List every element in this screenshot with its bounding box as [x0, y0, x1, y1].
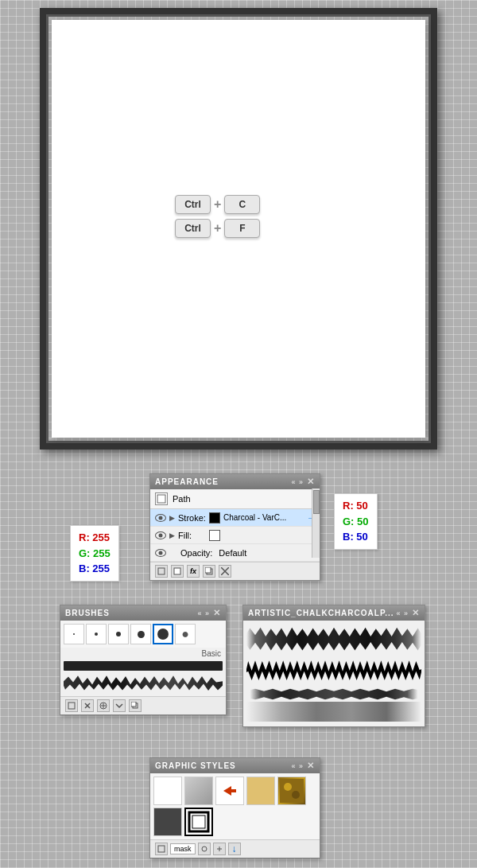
graphic-styles-footer: mask ↓ — [150, 839, 320, 858]
styles-expand-icon[interactable] — [213, 843, 226, 855]
appearance-panel: APPEARANCE « » ✕ Path ▶ Stroke: Charcoal… — [149, 473, 320, 581]
brushes-options-icon[interactable] — [97, 699, 110, 712]
b-value-light: B: 255 — [79, 561, 111, 577]
style-item-arrow[interactable] — [215, 777, 244, 805]
artistic-header-controls: « » ✕ — [396, 608, 420, 618]
brushes-new-icon[interactable] — [65, 699, 78, 712]
svg-rect-2 — [174, 568, 180, 574]
shortcut-copy-row: Ctrl + C — [175, 195, 260, 214]
path-row: Path — [150, 489, 320, 509]
svg-rect-4 — [205, 567, 211, 573]
svg-rect-0 — [157, 495, 165, 503]
duplicate-icon[interactable] — [203, 565, 215, 578]
brush-dot-lg — [138, 631, 145, 638]
panel-header-controls: « » ✕ — [291, 477, 315, 487]
styles-grid — [150, 773, 320, 839]
art-stroke-1[interactable] — [246, 625, 421, 653]
brushes-collapse-arrows[interactable]: « » — [197, 609, 210, 617]
artistic-collapse-arrows[interactable]: « » — [396, 609, 409, 617]
appearance-panel-footer: fx — [150, 562, 320, 580]
plus-sign-copy: + — [214, 197, 221, 212]
stroke-row[interactable]: ▶ Stroke: Charcoal - VarC... → — [150, 509, 320, 527]
graphic-styles-header-controls: « » ✕ — [291, 761, 315, 771]
brushes-expand-icon[interactable] — [113, 699, 126, 712]
opacity-value: Default — [219, 548, 246, 558]
styles-link-icon[interactable] — [198, 843, 211, 855]
stroke-label: Stroke: — [178, 513, 206, 523]
stroke-brush-name: Charcoal - VarC... — [223, 513, 304, 522]
brush-item-dot3[interactable] — [108, 624, 129, 644]
brush-item-dot4[interactable] — [130, 624, 151, 644]
brushes-title: BRUSHES — [65, 609, 110, 617]
brush-dot-tiny — [73, 633, 75, 635]
fill-label: Fill: — [178, 531, 206, 540]
visibility-icon[interactable] — [155, 514, 166, 522]
basic-label: Basic — [60, 648, 226, 660]
brushes-delete-icon[interactable] — [81, 699, 94, 712]
style-item-4[interactable] — [246, 777, 275, 805]
svg-point-17 — [284, 783, 292, 791]
style-item-active[interactable] — [184, 808, 213, 836]
g-value-dark: G: 50 — [343, 514, 369, 530]
visibility-icon-fill[interactable] — [155, 531, 166, 539]
artistic-strokes — [243, 621, 425, 726]
styles-arrow-down[interactable]: ↓ — [228, 843, 241, 855]
c-key[interactable]: C — [224, 195, 260, 214]
graphic-styles-collapse-arrows[interactable]: « » — [291, 762, 304, 770]
r-value-dark: R: 50 — [343, 498, 369, 514]
color-info-light: R: 255 G: 255 B: 255 — [70, 525, 119, 582]
g-value-light: G: 255 — [79, 546, 111, 562]
graphic-styles-panel: GRAPHIC STYLES « » ✕ — [149, 757, 320, 858]
expand-arrow-stroke[interactable]: ▶ — [169, 514, 175, 522]
visibility-icon-opacity[interactable] — [155, 549, 166, 557]
style-item-gray[interactable] — [184, 777, 213, 805]
brushes-panel: BRUSHES « » ✕ ● Basic — [60, 605, 227, 715]
artistic-panel: ARTISTIC_CHALKCHARCOALP... « » ✕ — [242, 605, 425, 727]
artistic-close-icon[interactable]: ✕ — [412, 608, 420, 618]
style-item-image[interactable] — [277, 777, 306, 805]
svg-rect-20 — [192, 815, 205, 828]
brush-dot-md — [116, 632, 121, 636]
graphic-styles-close-icon[interactable]: ✕ — [307, 761, 315, 771]
opacity-row: Opacity: Default — [150, 544, 320, 562]
graphic-styles-title: GRAPHIC STYLES — [155, 761, 236, 770]
ctrl-key-copy[interactable]: Ctrl — [175, 195, 211, 214]
brush-item-more[interactable]: ● — [175, 624, 196, 644]
panel-close-icon[interactable]: ✕ — [307, 477, 315, 487]
brush-item-dot2[interactable] — [86, 624, 107, 644]
panel-collapse-arrows[interactable]: « » — [291, 478, 304, 486]
brushes-close-icon[interactable]: ✕ — [213, 608, 221, 618]
artistic-title: ARTISTIC_CHALKCHARCOALP... — [248, 609, 394, 617]
style-item-white[interactable] — [153, 777, 182, 805]
fx-button[interactable]: fx — [187, 565, 200, 578]
styles-new-icon[interactable] — [155, 843, 168, 855]
art-stroke-4[interactable] — [246, 702, 421, 722]
scrollbar-thumb[interactable] — [313, 490, 320, 514]
mask-button[interactable]: mask — [170, 843, 196, 854]
brushes-grid: ● — [60, 621, 226, 648]
ctrl-key-paste[interactable]: Ctrl — [175, 219, 211, 238]
svg-rect-7 — [68, 703, 75, 709]
expand-arrow-fill[interactable]: ▶ — [169, 531, 175, 539]
opacity-label: Opacity: — [180, 548, 212, 558]
add-fill-icon[interactable] — [171, 565, 184, 578]
brush-item-dot5[interactable] — [153, 624, 173, 644]
art-stroke-2[interactable] — [246, 655, 421, 687]
svg-rect-1 — [158, 568, 165, 574]
brushes-duplicate-icon[interactable] — [129, 699, 142, 712]
svg-rect-16 — [280, 779, 304, 803]
shortcuts-container: Ctrl + C Ctrl + F — [175, 195, 260, 238]
add-stroke-icon[interactable] — [155, 565, 168, 578]
fill-row[interactable]: ▶ Fill: — [150, 527, 320, 544]
delete-icon[interactable] — [219, 565, 231, 578]
brush-stroke-preview — [64, 661, 223, 671]
brush-item-dot1[interactable] — [64, 624, 84, 644]
artistic-panel-header: ARTISTIC_CHALKCHARCOALP... « » ✕ — [243, 605, 425, 621]
fill-color-swatch[interactable] — [209, 530, 220, 541]
brushes-panel-header: BRUSHES « » ✕ — [60, 605, 226, 621]
stroke-color-swatch[interactable] — [209, 512, 220, 524]
art-stroke-3[interactable] — [246, 688, 421, 700]
f-key[interactable]: F — [224, 219, 260, 238]
style-item-dark[interactable] — [153, 808, 182, 836]
panel-scrollbar[interactable] — [312, 488, 320, 558]
